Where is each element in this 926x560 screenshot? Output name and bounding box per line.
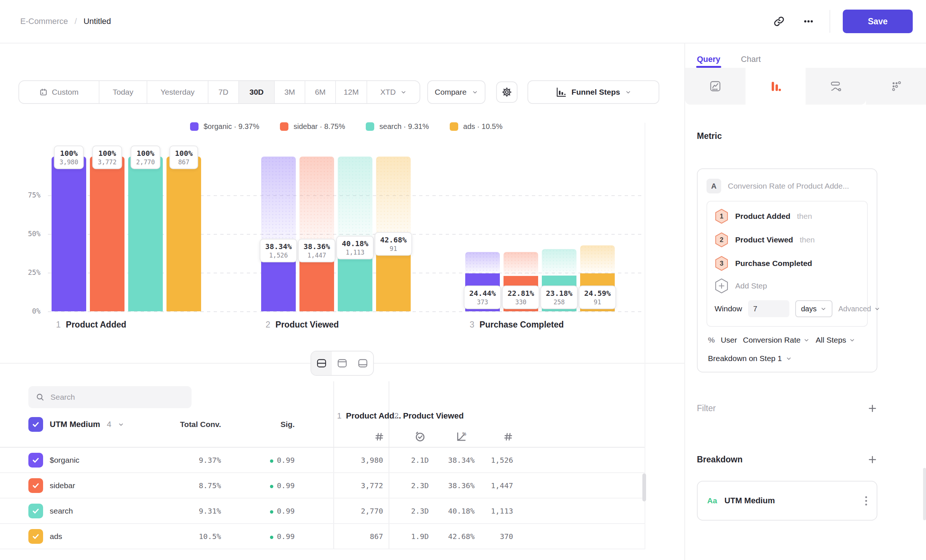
window-unit-dropdown[interactable]: days (795, 300, 832, 317)
legend-item-sidebar[interactable]: sidebar · 8.75% (280, 122, 345, 131)
calendar-icon (39, 88, 47, 96)
table-row-ads[interactable]: ads10.5%0.998671.9D42.68%370 (0, 524, 645, 549)
count-icon[interactable] (502, 431, 513, 442)
chart-type-line-chart[interactable] (685, 68, 746, 104)
chart-type-funnel-chart-active[interactable] (746, 68, 806, 104)
row-checkbox[interactable] (28, 478, 43, 493)
cell-sig: 0.99 (236, 532, 295, 541)
column-header-total-conv[interactable]: Total Conv. (155, 420, 221, 429)
conversion-icon[interactable]: % (455, 431, 467, 442)
series-title: Conversion Rate of Product Adde... (728, 182, 849, 191)
table-search (28, 386, 192, 408)
avg-time-icon[interactable] (415, 431, 425, 442)
funnel-bar-sidebar-step1[interactable] (90, 157, 124, 311)
breadcrumb-page-title[interactable]: Untitled (83, 17, 111, 26)
layout-table-view[interactable] (353, 351, 373, 375)
kebab-menu-icon[interactable] (865, 496, 867, 506)
metric-series[interactable]: A Conversion Rate of Product Adde... (707, 179, 868, 194)
save-button[interactable]: Save (843, 9, 913, 33)
legend-label: $organic · 9.37% (204, 122, 259, 131)
breadcrumb-section[interactable]: E-Commerce (20, 17, 68, 26)
count-icon[interactable] (374, 431, 384, 442)
funnel-bar-organic-step1[interactable] (51, 157, 86, 311)
query-panel: Query Chart Metric A Conversion Rate of … (684, 44, 926, 560)
steps-scope-dropdown[interactable]: All Steps (816, 336, 855, 345)
advanced-toggle[interactable]: Advanced (838, 305, 880, 313)
layout-chart-view[interactable] (332, 351, 353, 375)
legend-item-search[interactable]: search · 9.31% (366, 122, 429, 131)
funnel-bar-search-step1[interactable] (128, 157, 163, 311)
cell-step2-count: 370 (476, 532, 513, 541)
group-by-checkbox[interactable] (28, 417, 43, 432)
svg-text:3: 3 (720, 260, 723, 267)
group-by-control[interactable]: UTM Medium 4 (28, 417, 124, 432)
panel-body: Metric A Conversion Rate of Product Adde… (685, 131, 926, 521)
chart-type-flow-chart[interactable] (806, 68, 866, 104)
series-badge: A (707, 179, 721, 194)
row-name: sidebar (50, 481, 75, 490)
property-type-badge: Aa (707, 496, 717, 505)
compare-button[interactable]: Compare (427, 80, 486, 104)
chevron-down-icon (118, 421, 124, 428)
date-range-today[interactable]: Today (100, 81, 147, 103)
row-checkbox[interactable] (28, 453, 43, 468)
metric-step-3[interactable]: 3Purchase Completed (707, 252, 867, 275)
window-value-input[interactable] (748, 300, 789, 317)
chart-settings-button[interactable] (496, 82, 517, 103)
row-checkbox[interactable] (28, 529, 43, 544)
breadcrumb-separator: / (75, 17, 77, 26)
date-range-6m[interactable]: 6M (306, 81, 336, 103)
group-by-label: UTM Medium (50, 420, 100, 429)
legend-swatch (190, 122, 198, 131)
cell-step1-count: 2,770 (333, 507, 383, 515)
date-range-12m[interactable]: 12M (336, 81, 367, 103)
add-step-label: Add Step (735, 282, 767, 290)
add-filter-icon[interactable] (867, 403, 878, 413)
table-row-organic[interactable]: $organic9.37%0.993,9802.1D38.34%1,526 (0, 448, 645, 473)
row-name: ads (50, 532, 62, 541)
metric-heading: Metric (697, 131, 914, 141)
chart-type-retention-chart[interactable] (866, 68, 926, 104)
step-number-hexagon: 3 (714, 256, 729, 271)
y-axis-tick: 75% (11, 191, 41, 199)
sig-dot (270, 510, 273, 513)
row-checkbox[interactable] (28, 504, 43, 518)
legend-label: ads · 10.5% (463, 122, 503, 131)
metric-step-1[interactable]: 1Product Addedthen (707, 204, 867, 228)
add-step-button[interactable]: Add Step (707, 275, 867, 297)
add-breakdown-icon[interactable] (867, 455, 878, 465)
cell-step2-count: 1,113 (476, 507, 513, 515)
share-link-icon[interactable] (770, 13, 787, 30)
funnel-steps-button[interactable]: Funnel Steps (528, 80, 659, 104)
step-number-hexagon: 2 (714, 232, 729, 248)
column-header-sig[interactable]: Sig. (236, 420, 295, 429)
date-range-7d[interactable]: 7D (209, 81, 239, 103)
metric-step-2[interactable]: 2Product Viewedthen (707, 228, 867, 252)
date-range-xtd[interactable]: XTD (367, 81, 419, 103)
breakdown-property-card[interactable]: Aa UTM Medium (697, 481, 878, 521)
chart-type-tabs (685, 68, 926, 104)
layout-split-view[interactable] (311, 351, 332, 375)
funnel-bar-ads-step1[interactable] (166, 157, 201, 311)
date-range-3m[interactable]: 3M (275, 81, 306, 103)
step-group-header-2[interactable]: 2Product Viewed (394, 411, 464, 421)
table-row-sidebar[interactable]: sidebar8.75%0.993,7722.3D38.36%1,447 (0, 473, 645, 498)
step-name: Purchase Completed (735, 259, 812, 268)
panel-scrollbar-thumb[interactable] (923, 468, 926, 520)
table-row-search[interactable]: search9.31%0.992,7702.3D40.18%1,113 (0, 498, 645, 524)
step-group-header-1[interactable]: 1Product Add... (337, 411, 401, 421)
table-scrollbar-thumb[interactable] (642, 474, 646, 501)
date-range-30d[interactable]: 30D (239, 81, 275, 103)
tab-query[interactable]: Query (697, 51, 720, 68)
legend-item-organic[interactable]: $organic · 9.37% (190, 122, 259, 131)
chart-legend: $organic · 9.37%sidebar · 8.75%search · … (48, 122, 645, 131)
legend-item-ads[interactable]: ads · 10.5% (450, 122, 503, 131)
date-range-yesterday[interactable]: Yesterday (147, 81, 209, 103)
entity-label[interactable]: User (721, 336, 737, 345)
breakdown-on-step-dropdown[interactable]: Breakdown on Step 1 (707, 354, 868, 363)
more-menu-icon[interactable] (800, 13, 817, 30)
search-input[interactable] (50, 393, 184, 401)
tab-chart[interactable]: Chart (741, 51, 761, 68)
date-range-custom[interactable]: Custom (19, 81, 100, 103)
metric-type-dropdown[interactable]: Conversion Rate (743, 336, 809, 345)
